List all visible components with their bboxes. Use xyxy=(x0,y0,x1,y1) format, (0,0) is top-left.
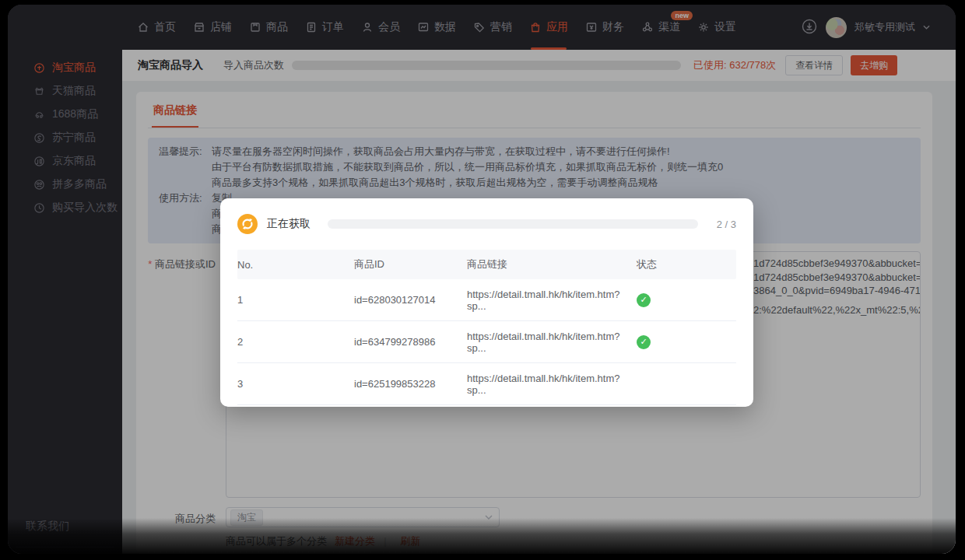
col-header-product-link: 商品链接 xyxy=(467,257,637,271)
table-row: 2 id=634799278986 https://detail.tmall.h… xyxy=(237,321,736,363)
table-row: 1 id=628030127014 https://detail.tmall.h… xyxy=(237,279,736,321)
cell-no: 3 xyxy=(237,378,354,390)
cell-product-id: id=628030127014 xyxy=(354,294,467,306)
fetching-status-text: 正在获取 xyxy=(267,217,311,231)
cell-product-link: https://detail.tmall.hk/hk/item.htm?sp..… xyxy=(467,373,637,396)
cell-product-link: https://detail.tmall.hk/hk/item.htm?sp..… xyxy=(467,289,637,312)
col-header-status: 状态 xyxy=(637,257,736,271)
cell-product-link: https://detail.tmall.hk/hk/item.htm?sp..… xyxy=(467,331,637,354)
fetch-progress-modal: 正在获取 2 / 3 No. 商品ID 商品链接 状态 1 id=6280301… xyxy=(220,198,753,407)
fetch-counter: 2 / 3 xyxy=(717,219,736,230)
cell-no: 2 xyxy=(237,336,354,348)
table-header-row: No. 商品ID 商品链接 状态 xyxy=(237,250,736,279)
bottom-vignette xyxy=(8,518,956,554)
col-header-product-id: 商品ID xyxy=(354,257,467,271)
fetch-result-table: No. 商品ID 商品链接 状态 1 id=628030127014 https… xyxy=(237,250,736,405)
success-check-icon: ✓ xyxy=(637,293,651,307)
modal-header: 正在获取 2 / 3 xyxy=(237,198,736,250)
cell-product-id: id=625199853228 xyxy=(354,378,467,390)
table-row: 3 id=625199853228 https://detail.tmall.h… xyxy=(237,363,736,405)
cell-product-id: id=634799278986 xyxy=(354,336,467,348)
fetch-progress-bar xyxy=(328,219,698,229)
sync-icon xyxy=(237,214,258,234)
col-header-no: No. xyxy=(237,259,354,271)
cell-no: 1 xyxy=(237,294,354,306)
app-window: 首页 店铺 商品 订单 会员 数据 营销 应用 xyxy=(8,5,956,554)
success-check-icon: ✓ xyxy=(637,335,651,349)
